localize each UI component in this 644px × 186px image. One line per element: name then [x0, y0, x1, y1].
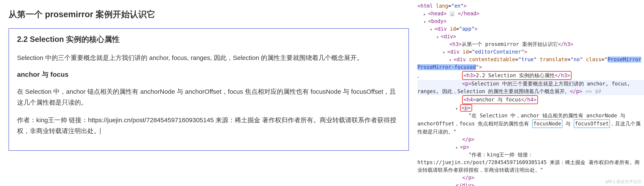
dom-div-inner[interactable]: <div> [418, 33, 644, 40]
collapse-icon[interactable] [436, 34, 441, 40]
expand-icon[interactable] [424, 11, 428, 17]
dollar0-indicator: == $0 [582, 88, 601, 94]
dom-h3-section-row[interactable]: <h3>2.2 Selection 实例的核心属性</h3> [418, 71, 644, 80]
dom-div-app[interactable]: <div id="app"> [418, 25, 644, 33]
editor-container[interactable]: 2.2 Selection 实例的核心属性 Selection 中的三个重要概念… [8, 28, 409, 151]
dom-p3-open[interactable]: <p> [418, 143, 644, 151]
dom-contenteditable[interactable]: <div contenteditable="true" translate="n… [418, 56, 644, 71]
watermark: @稀土掘金技术社区 [605, 178, 642, 185]
annotation-blue-box: focusOffset [574, 120, 610, 128]
dom-p2-text[interactable]: "在 Selection 中，anchor 锚点相关的属性有 anchorNod… [418, 112, 644, 136]
dom-html[interactable]: <html lang="en"> [418, 2, 644, 10]
paragraph-3[interactable]: 作者：king王一帅 链接：https://juejin.cn/post/728… [17, 115, 400, 136]
dom-p2-close[interactable]: </p> [418, 136, 644, 143]
page-title: 从第一个 prosemirror 案例开始认识它 [8, 8, 409, 20]
devtools-elements-panel[interactable]: … <html lang="en"> <head> … </head> <bod… [418, 0, 644, 186]
dom-editor-container[interactable]: <div id="editorContainer"> [418, 48, 644, 56]
collapse-icon[interactable] [449, 57, 454, 63]
paragraph-3-text: 作者：king王一帅 链接：https://juejin.cn/post/728… [17, 117, 396, 134]
dom-p1-row-selected[interactable]: <p>Selection 中的三个重要概念就是上方我们讲的 anchor, fo… [418, 80, 644, 95]
dom-h4-row[interactable]: <h4>anchor 与 focus</h4> [418, 95, 644, 104]
dom-h3-title[interactable]: <h3>从第一个 prosemirror 案例开始认识它</h3> [418, 40, 644, 48]
annotation-blue-box: focusNode [532, 120, 562, 128]
rendered-content-pane: 从第一个 prosemirror 案例开始认识它 2.2 Selection 实… [0, 0, 418, 186]
collapse-icon[interactable] [430, 26, 434, 32]
section-heading[interactable]: 2.2 Selection 实例的核心属性 [17, 34, 400, 45]
collapse-icon[interactable] [443, 49, 447, 55]
paragraph-1[interactable]: Selection 中的三个重要概念就是上方我们讲的 anchor, focus… [17, 52, 400, 63]
dom-p2-open[interactable]: <p> [418, 104, 644, 112]
dom-p3-text[interactable]: "作者：king王一帅 链接：https://juejin.cn/post/72… [418, 151, 644, 174]
collapse-icon[interactable] [456, 145, 460, 150]
annotation-red-box: <p> [460, 104, 472, 112]
dom-head[interactable]: <head> … </head> [418, 10, 644, 17]
annotation-red-box: <h3>2.2 Selection 实例的核心属性</h3> [462, 71, 572, 80]
paragraph-2[interactable]: 在 Selection 中，anchor 锚点相关的属性有 anchorNode… [17, 86, 400, 108]
collapse-icon[interactable] [456, 105, 460, 111]
dom-body[interactable]: <body> [418, 17, 644, 25]
subheading-anchor-focus[interactable]: anchor 与 focus [17, 70, 400, 79]
ellipsis-icon[interactable]: … [450, 11, 455, 16]
collapse-icon[interactable] [424, 19, 428, 24]
annotation-red-box: <h4>anchor 与 focus</h4> [462, 95, 538, 104]
text-cursor [100, 128, 100, 134]
